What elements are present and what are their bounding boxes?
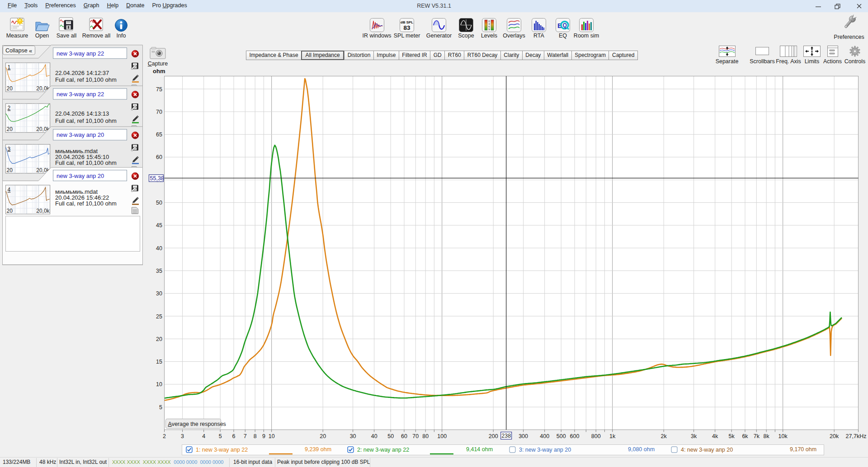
svg-text:15: 15 xyxy=(156,359,162,365)
svg-text:6: 6 xyxy=(232,433,236,439)
svg-text:238: 238 xyxy=(501,433,511,439)
svg-text:300: 300 xyxy=(519,433,528,439)
svg-text:35: 35 xyxy=(156,268,162,274)
svg-text:5k: 5k xyxy=(729,433,735,439)
svg-text:1k: 1k xyxy=(609,433,616,439)
svg-text:80: 80 xyxy=(422,433,429,439)
svg-text:65: 65 xyxy=(156,131,162,138)
svg-text:10: 10 xyxy=(269,433,275,439)
svg-text:60: 60 xyxy=(401,433,407,439)
svg-text:20: 20 xyxy=(156,336,162,342)
svg-text:Average the responses: Average the responses xyxy=(168,421,226,427)
svg-text:7: 7 xyxy=(244,433,247,439)
svg-text:30: 30 xyxy=(156,290,162,297)
svg-text:40: 40 xyxy=(371,433,377,439)
svg-text:5: 5 xyxy=(159,404,162,411)
svg-text:200: 200 xyxy=(489,433,498,439)
svg-text:30: 30 xyxy=(350,433,356,439)
svg-text:70: 70 xyxy=(156,109,162,115)
svg-text:20k: 20k xyxy=(830,433,839,439)
svg-text:5: 5 xyxy=(219,433,222,439)
svg-text:500: 500 xyxy=(557,433,566,439)
svg-text:2: 2 xyxy=(163,433,166,439)
svg-text:4: 4 xyxy=(202,433,205,439)
svg-text:3k: 3k xyxy=(691,433,697,439)
svg-text:50: 50 xyxy=(156,200,162,206)
svg-text:4k: 4k xyxy=(712,433,718,439)
svg-text:8: 8 xyxy=(254,433,257,439)
svg-text:55,38: 55,38 xyxy=(150,175,164,182)
svg-text:600: 600 xyxy=(570,433,580,439)
svg-text:40: 40 xyxy=(156,245,162,252)
svg-text:25: 25 xyxy=(156,313,162,320)
svg-text:27,7kHz: 27,7kHz xyxy=(846,433,867,439)
svg-text:8k: 8k xyxy=(764,433,770,439)
svg-text:6k: 6k xyxy=(742,433,748,439)
svg-text:9: 9 xyxy=(262,433,265,439)
svg-text:75: 75 xyxy=(156,86,162,93)
svg-text:60: 60 xyxy=(156,154,162,160)
svg-text:800: 800 xyxy=(591,433,601,439)
svg-text:45: 45 xyxy=(156,222,162,229)
svg-text:70: 70 xyxy=(412,433,419,439)
svg-text:20: 20 xyxy=(320,433,326,439)
svg-text:50: 50 xyxy=(387,433,394,439)
svg-text:10k: 10k xyxy=(778,433,788,439)
svg-text:7k: 7k xyxy=(754,433,760,439)
svg-text:3: 3 xyxy=(181,433,184,439)
svg-text:10: 10 xyxy=(156,381,162,388)
svg-text:2k: 2k xyxy=(661,433,667,439)
svg-text:ohm: ohm xyxy=(153,68,165,75)
svg-text:400: 400 xyxy=(540,433,549,439)
svg-text:100: 100 xyxy=(437,433,447,439)
